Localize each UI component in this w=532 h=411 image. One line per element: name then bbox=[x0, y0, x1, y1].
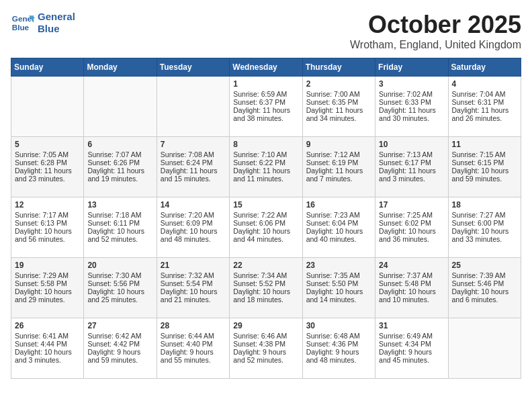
cell-info-line: Daylight: 10 hours and 36 minutes. bbox=[379, 227, 444, 243]
calendar-cell: 21Sunrise: 7:32 AMSunset: 5:54 PMDayligh… bbox=[157, 258, 229, 318]
cell-info-line: Sunset: 6:09 PM bbox=[161, 219, 226, 227]
cell-info-line: Sunset: 6:00 PM bbox=[452, 219, 517, 227]
cell-info-line: Sunrise: 7:20 AM bbox=[161, 211, 226, 219]
day-number: 18 bbox=[452, 200, 517, 210]
cell-info-line: Sunset: 4:40 PM bbox=[161, 340, 226, 348]
logo-general: General bbox=[38, 11, 75, 23]
cell-info-line: Sunset: 6:35 PM bbox=[306, 98, 371, 106]
cell-info-line: Sunset: 5:46 PM bbox=[452, 279, 517, 287]
day-number: 16 bbox=[306, 200, 371, 210]
calendar-cell: 18Sunrise: 7:27 AMSunset: 6:00 PMDayligh… bbox=[448, 197, 521, 258]
day-number: 14 bbox=[161, 200, 226, 210]
cell-info-line: Sunset: 6:37 PM bbox=[233, 98, 298, 106]
cell-info-line: Sunrise: 7:27 AM bbox=[452, 211, 517, 219]
calendar-cell: 8Sunrise: 7:10 AMSunset: 6:22 PMDaylight… bbox=[230, 137, 302, 197]
day-of-week-header: Monday bbox=[84, 58, 157, 77]
calendar-cell bbox=[11, 77, 84, 137]
cell-info-line: Daylight: 9 hours and 55 minutes. bbox=[161, 348, 226, 364]
page-header: General Blue General Blue October 2025 W… bbox=[11, 11, 521, 51]
cell-info-line: Sunrise: 7:04 AM bbox=[452, 90, 517, 98]
cell-info-line: Sunrise: 6:46 AM bbox=[233, 332, 298, 340]
calendar-cell: 7Sunrise: 7:08 AMSunset: 6:24 PMDaylight… bbox=[157, 137, 229, 197]
day-number: 19 bbox=[15, 261, 80, 270]
cell-info-line: Sunrise: 7:17 AM bbox=[15, 211, 80, 219]
logo: General Blue General Blue bbox=[11, 11, 75, 35]
day-number: 6 bbox=[87, 140, 152, 149]
month-title: October 2025 bbox=[350, 11, 521, 39]
day-number: 4 bbox=[452, 79, 517, 89]
cell-info-line: Daylight: 10 hours and 25 minutes. bbox=[87, 287, 152, 304]
calendar-cell: 24Sunrise: 7:37 AMSunset: 5:48 PMDayligh… bbox=[375, 258, 448, 318]
calendar-week-row: 19Sunrise: 7:29 AMSunset: 5:58 PMDayligh… bbox=[11, 258, 521, 318]
cell-info-line: Sunrise: 7:15 AM bbox=[452, 150, 517, 158]
cell-info-line: Sunrise: 7:37 AM bbox=[379, 271, 444, 279]
cell-info-line: Daylight: 11 hours and 15 minutes. bbox=[161, 167, 226, 183]
cell-info-line: Daylight: 10 hours and 40 minutes. bbox=[306, 227, 371, 243]
calendar-cell bbox=[448, 318, 521, 379]
calendar-cell: 15Sunrise: 7:22 AMSunset: 6:06 PMDayligh… bbox=[230, 197, 302, 258]
cell-info-line: Daylight: 11 hours and 11 minutes. bbox=[233, 167, 298, 183]
cell-info-line: Daylight: 10 hours and 3 minutes. bbox=[15, 348, 80, 364]
calendar-cell: 13Sunrise: 7:18 AMSunset: 6:11 PMDayligh… bbox=[84, 197, 157, 258]
day-number: 1 bbox=[233, 79, 298, 89]
day-of-week-header: Tuesday bbox=[157, 58, 229, 77]
cell-info-line: Sunset: 6:06 PM bbox=[233, 219, 298, 227]
cell-info-line: Sunrise: 6:59 AM bbox=[233, 90, 298, 98]
cell-info-line: Sunrise: 6:42 AM bbox=[87, 332, 152, 340]
day-number: 11 bbox=[452, 140, 517, 149]
calendar-cell: 2Sunrise: 7:00 AMSunset: 6:35 PMDaylight… bbox=[302, 77, 375, 137]
calendar-cell: 4Sunrise: 7:04 AMSunset: 6:31 PMDaylight… bbox=[448, 77, 521, 137]
cell-info-line: Sunset: 6:11 PM bbox=[87, 219, 152, 227]
cell-info-line: Sunset: 6:13 PM bbox=[15, 219, 80, 227]
cell-info-line: Sunrise: 7:10 AM bbox=[233, 150, 298, 158]
cell-info-line: Daylight: 11 hours and 30 minutes. bbox=[379, 106, 444, 122]
calendar-cell: 5Sunrise: 7:05 AMSunset: 6:28 PMDaylight… bbox=[11, 137, 84, 197]
calendar-cell: 17Sunrise: 7:25 AMSunset: 6:02 PMDayligh… bbox=[375, 197, 448, 258]
cell-info-line: Sunrise: 7:08 AM bbox=[161, 150, 226, 158]
day-of-week-header: Friday bbox=[375, 58, 448, 77]
day-number: 29 bbox=[233, 321, 298, 330]
cell-info-line: Daylight: 11 hours and 34 minutes. bbox=[306, 106, 371, 122]
cell-info-line: Sunset: 4:42 PM bbox=[87, 340, 152, 348]
calendar-cell: 16Sunrise: 7:23 AMSunset: 6:04 PMDayligh… bbox=[302, 197, 375, 258]
calendar-cell: 25Sunrise: 7:39 AMSunset: 5:46 PMDayligh… bbox=[448, 258, 521, 318]
day-number: 23 bbox=[306, 261, 371, 270]
cell-info-line: Sunrise: 6:48 AM bbox=[306, 332, 371, 340]
calendar-cell: 31Sunrise: 6:49 AMSunset: 4:34 PMDayligh… bbox=[375, 318, 448, 379]
calendar-cell: 30Sunrise: 6:48 AMSunset: 4:36 PMDayligh… bbox=[302, 318, 375, 379]
cell-info-line: Sunset: 6:17 PM bbox=[379, 158, 444, 167]
cell-info-line: Sunset: 4:36 PM bbox=[306, 340, 371, 348]
day-number: 25 bbox=[452, 261, 517, 270]
day-of-week-header: Wednesday bbox=[230, 58, 302, 77]
cell-info-line: Sunset: 5:58 PM bbox=[15, 279, 80, 287]
calendar-cell: 26Sunrise: 6:41 AMSunset: 4:44 PMDayligh… bbox=[11, 318, 84, 379]
calendar-cell: 19Sunrise: 7:29 AMSunset: 5:58 PMDayligh… bbox=[11, 258, 84, 318]
cell-info-line: Sunset: 6:15 PM bbox=[452, 158, 517, 167]
day-number: 8 bbox=[233, 140, 298, 149]
day-number: 20 bbox=[87, 261, 152, 270]
cell-info-line: Daylight: 9 hours and 52 minutes. bbox=[233, 348, 298, 364]
cell-info-line: Sunset: 6:22 PM bbox=[233, 158, 298, 167]
calendar-cell bbox=[157, 77, 229, 137]
day-number: 27 bbox=[87, 321, 152, 330]
day-number: 26 bbox=[15, 321, 80, 330]
cell-info-line: Sunrise: 7:18 AM bbox=[87, 211, 152, 219]
cell-info-line: Daylight: 9 hours and 48 minutes. bbox=[306, 348, 371, 364]
day-of-week-header: Sunday bbox=[11, 58, 84, 77]
day-number: 21 bbox=[161, 261, 226, 270]
cell-info-line: Daylight: 11 hours and 38 minutes. bbox=[233, 106, 298, 122]
cell-info-line: Sunset: 4:44 PM bbox=[15, 340, 80, 348]
logo-blue: Blue bbox=[38, 23, 75, 35]
day-number: 10 bbox=[379, 140, 444, 149]
cell-info-line: Sunrise: 7:29 AM bbox=[15, 271, 80, 279]
cell-info-line: Sunrise: 7:22 AM bbox=[233, 211, 298, 219]
title-section: October 2025 Wrotham, England, United Ki… bbox=[350, 11, 521, 51]
cell-info-line: Daylight: 10 hours and 56 minutes. bbox=[15, 227, 80, 243]
cell-info-line: Sunset: 5:56 PM bbox=[87, 279, 152, 287]
cell-info-line: Sunset: 5:54 PM bbox=[161, 279, 226, 287]
calendar-cell: 12Sunrise: 7:17 AMSunset: 6:13 PMDayligh… bbox=[11, 197, 84, 258]
cell-info-line: Sunrise: 7:12 AM bbox=[306, 150, 371, 158]
day-number: 7 bbox=[161, 140, 226, 149]
cell-info-line: Sunset: 5:50 PM bbox=[306, 279, 371, 287]
location: Wrotham, England, United Kingdom bbox=[350, 39, 521, 51]
